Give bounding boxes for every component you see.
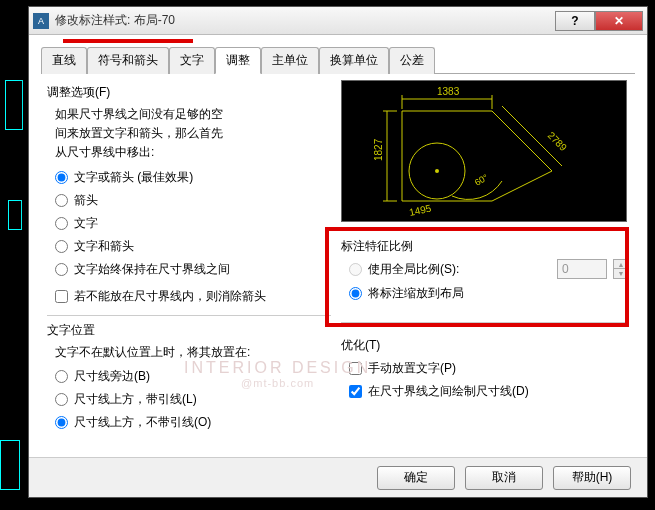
text-placement-label: 文字位置 <box>47 322 331 339</box>
help-window-button[interactable]: ? <box>555 11 595 31</box>
fit-options-label: 调整选项(F) <box>47 84 331 101</box>
svg-point-2 <box>435 169 439 173</box>
checkbox-input[interactable] <box>349 385 362 398</box>
radio-input[interactable] <box>55 171 68 184</box>
checkbox-input[interactable] <box>349 362 362 375</box>
svg-text:1383: 1383 <box>437 86 460 97</box>
radio-label: 尺寸线上方，带引线(L) <box>74 391 197 408</box>
fit-option-text[interactable]: 文字 <box>55 215 331 232</box>
radio-input[interactable] <box>55 370 68 383</box>
svg-text:2789: 2789 <box>546 130 570 154</box>
preview-drawing: 1383 1827 2789 60° 1495 <box>342 81 628 223</box>
svg-text:1495: 1495 <box>408 202 432 217</box>
preview-pane: 1383 1827 2789 60° 1495 <box>341 80 627 222</box>
tab-strip: 直线 符号和箭头 文字 调整 主单位 换算单位 公差 <box>41 47 635 74</box>
fit-option-text-or-arrows[interactable]: 文字或箭头 (最佳效果) <box>55 169 331 186</box>
app-icon: A <box>33 13 49 29</box>
use-global-scale-label: 使用全局比例(S): <box>368 261 551 278</box>
radio-label: 文字和箭头 <box>74 238 134 255</box>
radio-input[interactable] <box>55 416 68 429</box>
tab-symbols-arrows[interactable]: 符号和箭头 <box>87 47 169 74</box>
radio-label: 文字或箭头 (最佳效果) <box>74 169 193 186</box>
scale-section-label: 标注特征比例 <box>341 238 629 255</box>
manual-place-text-check[interactable]: 手动放置文字(P) <box>349 360 629 377</box>
checkbox-label: 在尺寸界线之间绘制尺寸线(D) <box>368 383 529 400</box>
radio-label: 尺寸线上方，不带引线(O) <box>74 414 211 431</box>
radio-input[interactable] <box>55 240 68 253</box>
tab-tolerances[interactable]: 公差 <box>389 47 435 74</box>
radio-label: 箭头 <box>74 192 98 209</box>
fit-option-arrows[interactable]: 箭头 <box>55 192 331 209</box>
textpos-over-with-leader[interactable]: 尺寸线上方，带引线(L) <box>55 391 331 408</box>
fit-option-text-and-arrows[interactable]: 文字和箭头 <box>55 238 331 255</box>
fit-option-always-inside[interactable]: 文字始终保持在尺寸界线之间 <box>55 261 331 278</box>
spinner-up-icon[interactable]: ▲ <box>614 260 628 269</box>
fit-description: 如果尺寸界线之间没有足够的空 间来放置文字和箭头，那么首先 从尺寸界线中移出: <box>55 105 331 163</box>
suppress-arrows-check[interactable]: 若不能放在尺寸界线内，则消除箭头 <box>55 288 331 305</box>
radio-input[interactable] <box>55 393 68 406</box>
background-shape <box>0 440 20 490</box>
use-global-scale-radio[interactable] <box>349 263 362 276</box>
close-window-button[interactable]: ✕ <box>595 11 643 31</box>
draw-dimline-between-check[interactable]: 在尺寸界线之间绘制尺寸线(D) <box>349 383 629 400</box>
tab-text[interactable]: 文字 <box>169 47 215 74</box>
global-scale-spinner[interactable]: ▲ ▼ <box>613 259 629 279</box>
titlebar[interactable]: A 修改标注样式: 布局-70 ? ✕ <box>29 7 647 35</box>
scale-to-layout-radio[interactable]: 将标注缩放到布局 <box>349 285 629 302</box>
help-button[interactable]: 帮助(H) <box>553 466 631 490</box>
annotation-underline <box>63 39 193 43</box>
text-placement-desc: 文字不在默认位置上时，将其放置在: <box>55 343 331 362</box>
textpos-beside[interactable]: 尺寸线旁边(B) <box>55 368 331 385</box>
radio-input[interactable] <box>55 263 68 276</box>
modify-dimstyle-dialog: A 修改标注样式: 布局-70 ? ✕ 直线 符号和箭头 文字 调整 主单位 换… <box>28 6 648 498</box>
tab-fit[interactable]: 调整 <box>215 47 261 74</box>
checkbox-label: 手动放置文字(P) <box>368 360 456 377</box>
background-shape <box>8 200 22 230</box>
global-scale-input[interactable]: 0 <box>557 259 607 279</box>
spinner-down-icon[interactable]: ▼ <box>614 269 628 278</box>
radio-label: 文字始终保持在尺寸界线之间 <box>74 261 230 278</box>
tab-primary-units[interactable]: 主单位 <box>261 47 319 74</box>
finetune-section-label: 优化(T) <box>341 337 629 354</box>
radio-label: 尺寸线旁边(B) <box>74 368 150 385</box>
dialog-footer: 确定 取消 帮助(H) <box>29 457 647 497</box>
radio-label: 文字 <box>74 215 98 232</box>
svg-text:1827: 1827 <box>373 138 384 161</box>
checkbox-input[interactable] <box>55 290 68 303</box>
svg-text:60°: 60° <box>473 172 490 188</box>
textpos-over-no-leader[interactable]: 尺寸线上方，不带引线(O) <box>55 414 331 431</box>
tab-lines[interactable]: 直线 <box>41 47 87 74</box>
window-title: 修改标注样式: 布局-70 <box>55 12 555 29</box>
ok-button[interactable]: 确定 <box>377 466 455 490</box>
checkbox-label: 若不能放在尺寸界线内，则消除箭头 <box>74 288 266 305</box>
radio-input[interactable] <box>349 287 362 300</box>
tab-alt-units[interactable]: 换算单位 <box>319 47 389 74</box>
radio-input[interactable] <box>55 194 68 207</box>
radio-label: 将标注缩放到布局 <box>368 285 464 302</box>
background-shape <box>5 80 23 130</box>
cancel-button[interactable]: 取消 <box>465 466 543 490</box>
radio-input[interactable] <box>55 217 68 230</box>
